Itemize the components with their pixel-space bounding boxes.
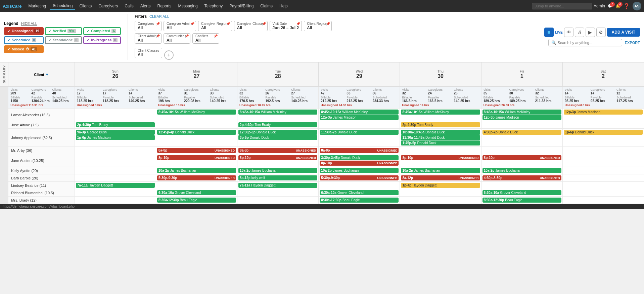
visit-block[interactable]: 8p-10pUNASSIGNED xyxy=(157,155,236,160)
filter-client-classes[interactable]: Client Classes All xyxy=(135,48,162,58)
nav-payroll[interactable]: Payroll/Billing xyxy=(227,2,256,10)
client-name-cell[interactable]: Mr. Arby (36) xyxy=(8,147,75,154)
client-name-cell[interactable]: Kelly Ayotte (20) xyxy=(8,167,75,174)
legend-verified[interactable]: ✓ Verified 99+ xyxy=(45,27,82,35)
visit-block[interactable]: 8p-10pUNASSIGNED xyxy=(482,155,561,160)
visit-block[interactable]: 9a-3pGeorge Bush xyxy=(76,130,155,135)
client-name-cell[interactable]: Jose Altuve (7.5) xyxy=(8,121,75,129)
visit-block[interactable]: 7a-11aHayden Daggett xyxy=(76,183,155,188)
visit-block[interactable]: 6:30a-10aGrover Cleveland xyxy=(482,190,561,195)
visit-block[interactable]: 8:30a-12:30pBeau Eagle xyxy=(320,198,399,203)
visit-block[interactable]: 8p-10pUNASSIGNED xyxy=(320,161,399,166)
nav-messaging[interactable]: Messaging xyxy=(176,2,200,10)
visit-block[interactable]: 1p-4pHayden Daggett xyxy=(401,183,480,188)
nav-claims[interactable]: Claims xyxy=(258,2,275,10)
visit-block[interactable]: 8:45a-10:15aWilliam McKinley xyxy=(482,110,561,115)
visit-block[interactable]: 8:45a-10:15aWilliam McKinley xyxy=(401,110,480,115)
filter-caregiver-classes[interactable]: 📌 Caregiver Classes All xyxy=(234,21,268,31)
help-icon[interactable]: ❓ xyxy=(623,3,630,9)
visit-block[interactable]: 8:45a-10:15aWilliam McKinley xyxy=(157,110,236,115)
legend-scheduled[interactable]: ✓ Scheduled 0 xyxy=(4,36,44,44)
visit-block[interactable]: 8a-12pkelly wolf xyxy=(238,175,317,180)
visit-block[interactable]: 1p-6pJames Madison xyxy=(76,135,155,140)
print-button[interactable]: 🖨 xyxy=(575,28,584,37)
visit-block[interactable]: 8:30a-12:30pBeau Eagle xyxy=(482,198,561,203)
visit-block[interactable]: 5:30p-9:30pUNASSIGNED xyxy=(157,175,236,180)
nav-reports[interactable]: Reports xyxy=(155,2,174,10)
visit-block[interactable]: 4:30p-8:30pUNASSIGNED xyxy=(482,175,561,180)
nav-scheduling[interactable]: Scheduling xyxy=(50,2,75,10)
alerts-icon-wrap[interactable]: 🔔 6 xyxy=(615,4,620,8)
visit-block[interactable]: 8a-8pUNASSIGNED xyxy=(238,148,317,153)
eye-hide-button[interactable]: 👁 xyxy=(564,28,573,37)
filter-caregiver-admins[interactable]: 📌 Caregiver Admins All xyxy=(164,21,196,31)
add-filter-button[interactable]: + xyxy=(164,50,174,60)
visit-block[interactable]: 3:30p-3:45pDonald Duck xyxy=(320,155,399,160)
visit-block[interactable]: 12p-3pJames Madison xyxy=(564,110,643,115)
filter-caregivers[interactable]: 📌 Caregivers All xyxy=(135,21,162,31)
search-anything-input[interactable] xyxy=(558,41,619,45)
client-name-cell[interactable]: Barb Barbie (20) xyxy=(8,174,75,182)
visit-block[interactable]: 10a-2pJames Buchanan xyxy=(401,168,480,173)
nav-caregivers[interactable]: Caregivers xyxy=(96,2,121,10)
visit-block[interactable]: 8p-10pUNASSIGNED xyxy=(401,155,480,160)
visit-block[interactable]: 7a-11aHayden Daggett xyxy=(238,183,317,188)
nav-marketing[interactable]: Marketing xyxy=(26,2,49,10)
legend-missed[interactable]: ✓ Missed ⏱ 41 xyxy=(4,45,44,53)
send-button[interactable]: ▶ xyxy=(586,28,595,37)
filter-caregiver-regions[interactable]: 📌 Caregiver Regions All xyxy=(198,21,232,31)
visit-block[interactable]: 10a-2pJames Buchanan xyxy=(157,168,236,173)
add-visit-button[interactable]: ADD A VISIT xyxy=(607,28,640,37)
filter-communities[interactable]: 📌 Communities All xyxy=(164,33,190,44)
client-name-cell[interactable]: Lindsey Beatrice (11) xyxy=(8,182,75,189)
visit-block[interactable]: 12p-3pJames Madison xyxy=(482,115,561,120)
visit-block[interactable]: 12:45p-4pDonald Duck xyxy=(157,130,236,135)
visit-block[interactable]: 1:45p-5pDonald Duck xyxy=(401,140,480,145)
live-button[interactable] xyxy=(544,28,554,37)
nav-calls[interactable]: Calls xyxy=(122,2,136,10)
visit-block[interactable]: 1p-6pDonald Duck xyxy=(564,130,643,135)
client-name-cell[interactable]: Mrs. Brady (12) xyxy=(8,197,75,204)
client-name-cell[interactable]: Jane Austen (10.25) xyxy=(8,154,75,167)
nav-telephony[interactable]: Telephony xyxy=(202,2,226,10)
hide-all-button[interactable]: HIDE ALL xyxy=(21,22,37,26)
legend-in-progress[interactable]: ✓ In-Progress 0 xyxy=(83,36,121,44)
visit-block[interactable]: 5:30p-9:30pUNASSIGNED xyxy=(320,175,399,180)
nav-alerts[interactable]: Alerts xyxy=(138,2,153,10)
legend-standalone[interactable]: ✓ Standalone 0 xyxy=(45,36,82,44)
visit-block[interactable]: 8:45a-10:15aWilliam McKinley xyxy=(238,110,317,115)
visit-block[interactable]: 8a-12pUNASSIGNED xyxy=(401,175,480,180)
visit-block[interactable]: 6:30a-10aGrover Cleveland xyxy=(157,190,236,195)
settings-button[interactable]: ⚙ xyxy=(596,28,606,37)
visit-block[interactable]: 10a-2pJames Buchanan xyxy=(482,168,561,173)
client-name-cell[interactable]: Richard Blumenthal (10.5) xyxy=(8,189,75,197)
visit-block[interactable]: 6:30a-10aGrover Cleveland xyxy=(320,190,399,195)
visit-block[interactable]: 8a-8pUNASSIGNED xyxy=(157,148,236,153)
visit-block[interactable]: 8:30a-12:30pBeau Eagle xyxy=(157,198,236,203)
visit-block[interactable]: 2p-4:30pTom Brady xyxy=(76,122,155,127)
visit-block[interactable]: 11:30a-2pDonald Duck xyxy=(320,130,399,135)
filter-conflicts[interactable]: 📌 Conflicts All xyxy=(192,33,219,44)
nav-clients[interactable]: Clients xyxy=(77,2,94,10)
visit-block[interactable]: 10a-2pJames Buchanan xyxy=(238,168,317,173)
user-avatar[interactable]: AS xyxy=(633,2,641,10)
client-col-header[interactable]: Client ▼ xyxy=(8,62,75,87)
visit-block[interactable]: 10a-2pJames Buchanan xyxy=(320,168,399,173)
visit-block[interactable]: 2p-4:30pTom Brady xyxy=(401,122,480,127)
visit-block[interactable]: 11:30a-11:45aDonald Duck xyxy=(401,135,480,140)
visit-block[interactable]: 8a-8pUNASSIGNED xyxy=(320,148,399,153)
brand-logo[interactable]: AxisCare xyxy=(3,4,21,9)
global-search-input[interactable] xyxy=(532,3,592,9)
visit-block[interactable]: 12:30p-3pDonald Duck xyxy=(238,130,317,135)
visit-block[interactable]: 8:45a-10:15aWilliam McKinley xyxy=(320,110,399,115)
nav-help[interactable]: Help xyxy=(277,2,290,10)
visit-block[interactable]: 4:30p-7pDonald Duck xyxy=(482,130,561,135)
legend-completed[interactable]: ✓ Completed 6 xyxy=(83,27,121,35)
visit-block[interactable]: 2p-4:30pTom Brady xyxy=(238,122,317,127)
legend-unassigned[interactable]: ✓ Unassigned 19 xyxy=(4,27,44,35)
visit-block[interactable]: 3p-5pDonald Duck xyxy=(238,135,317,140)
export-button[interactable]: EXPORT xyxy=(625,41,640,45)
filter-visit-date[interactable]: 📌 Visit Date Jun 26 – Jul 2 xyxy=(270,21,302,31)
visit-block[interactable]: 12p-3pJames Madison xyxy=(320,115,399,120)
visit-block[interactable]: 10:30a-10:45aDonald Duck xyxy=(401,130,480,135)
